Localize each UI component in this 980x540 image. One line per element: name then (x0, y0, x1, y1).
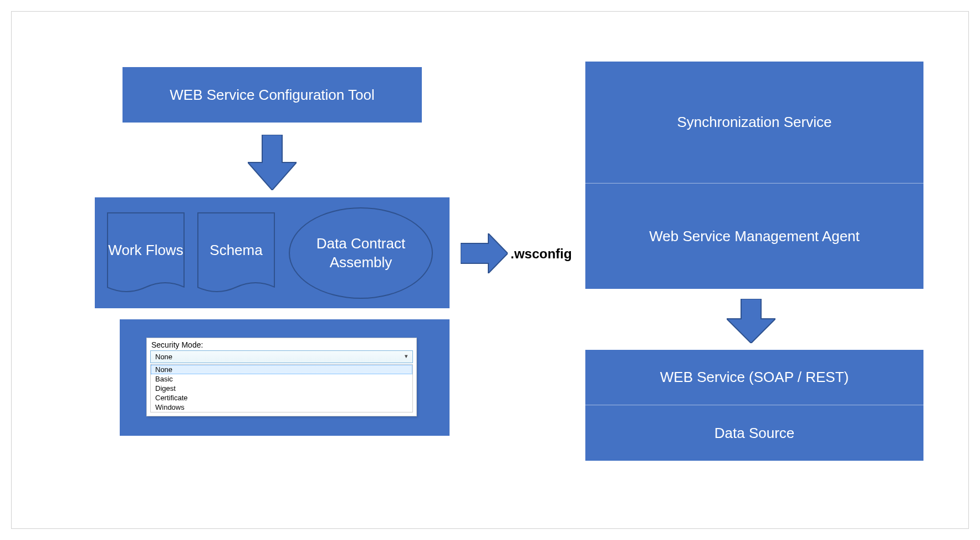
security-option-none[interactable]: None (151, 365, 412, 374)
wsconfig-arrow-icon (461, 233, 508, 273)
data-source-label: Data Source (714, 425, 795, 442)
security-mode-label: Security Mode: (147, 338, 416, 350)
workflows-label: Work Flows (108, 242, 183, 259)
svg-marker-2 (727, 299, 775, 343)
svg-marker-0 (248, 135, 297, 190)
security-option-certificate[interactable]: Certificate (151, 393, 412, 403)
config-tool-box: WEB Service Configuration Tool (122, 67, 422, 123)
mgmt-agent-box: Web Service Management Agent (585, 184, 923, 289)
web-service-label: WEB Service (SOAP / REST) (660, 369, 849, 386)
security-mode-select[interactable]: None (150, 350, 413, 363)
wsconfig-label: .wsconfig (511, 246, 572, 262)
arrow-down-2-icon (727, 299, 775, 343)
security-option-digest[interactable]: Digest (151, 384, 412, 393)
mgmt-agent-label: Web Service Management Agent (649, 228, 860, 245)
config-tool-label: WEB Service Configuration Tool (170, 86, 374, 104)
diagram-canvas: WEB Service Configuration Tool Work Flow… (11, 11, 969, 529)
security-option-windows[interactable]: Windows (151, 403, 412, 412)
schema-document: Schema (197, 212, 275, 287)
security-option-basic[interactable]: Basic (151, 374, 412, 384)
svg-marker-1 (461, 233, 508, 273)
data-source-box: Data Source (585, 405, 923, 461)
workflows-document: Work Flows (107, 212, 185, 287)
data-contract-ellipse: Data Contract Assembly (289, 207, 433, 299)
security-mode-selected: None (155, 353, 172, 361)
security-mode-dropdown[interactable]: None Basic Digest Certificate Windows (150, 364, 413, 412)
security-mode-panel: Security Mode: None None Basic Digest Ce… (146, 338, 417, 416)
schema-label: Schema (210, 242, 262, 259)
arrow-down-icon (248, 135, 297, 190)
data-contract-label: Data Contract Assembly (290, 235, 432, 272)
sync-service-label: Synchronization Service (677, 114, 832, 131)
sync-service-box: Synchronization Service (585, 62, 923, 184)
web-service-box: WEB Service (SOAP / REST) (585, 350, 923, 405)
